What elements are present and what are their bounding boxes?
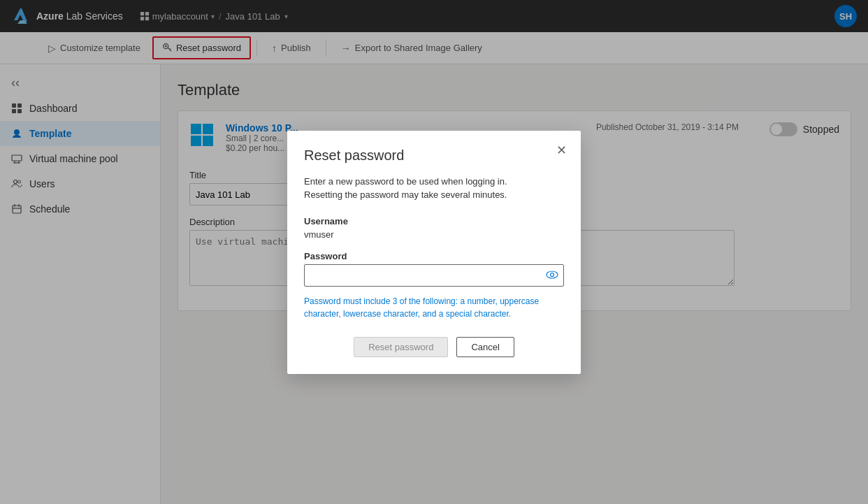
password-label: Password bbox=[304, 251, 564, 261]
dialog-reset-button[interactable]: Reset password bbox=[354, 337, 448, 357]
password-input-wrapper bbox=[304, 264, 564, 287]
username-value: vmuser bbox=[304, 229, 564, 240]
svg-point-27 bbox=[551, 273, 554, 276]
show-password-icon[interactable] bbox=[546, 269, 558, 282]
dialog-footer: Reset password Cancel bbox=[304, 337, 564, 357]
username-label: Username bbox=[304, 216, 564, 226]
dialog-title: Reset password bbox=[304, 147, 564, 164]
reset-password-dialog: ✕ Reset password Enter a new password to… bbox=[287, 131, 581, 374]
modal-overlay[interactable]: ✕ Reset password Enter a new password to… bbox=[0, 0, 868, 504]
dialog-cancel-button[interactable]: Cancel bbox=[456, 337, 514, 357]
svg-point-26 bbox=[547, 271, 558, 278]
password-input[interactable] bbox=[304, 264, 564, 287]
password-hint: Password must include 3 of the following… bbox=[304, 295, 564, 320]
dialog-description: Enter a new password to be used when log… bbox=[304, 175, 564, 202]
dialog-close-button[interactable]: ✕ bbox=[553, 142, 570, 159]
